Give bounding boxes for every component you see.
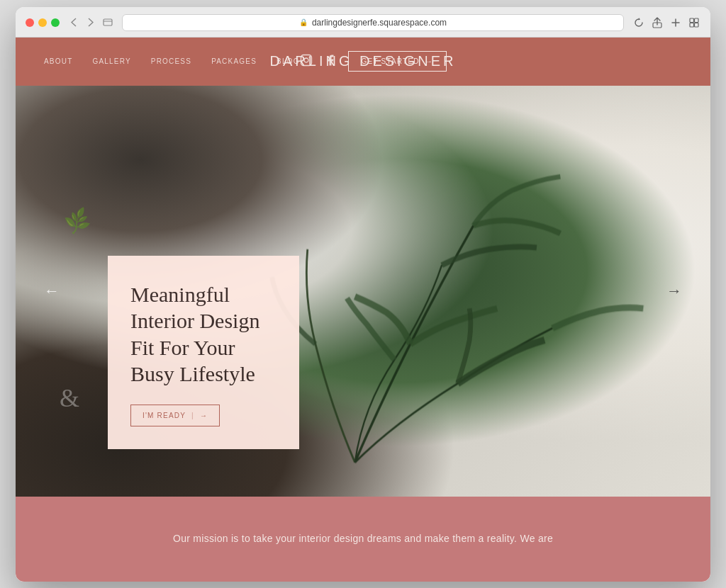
browser-chrome: 🔒 darlingdesignerfe.squarespace.com [16,7,710,38]
nav-item-about[interactable]: ABOUT [44,57,72,65]
reload-button[interactable] [632,16,645,29]
im-ready-separator: | [191,412,194,419]
site-logo[interactable]: DARLING DESIGNER [270,53,457,69]
nav-item-process[interactable]: PROCESS [151,57,191,65]
svg-rect-6 [695,18,699,23]
site-content: ABOUT GALLERY PROCESS PACKAGES BLOG DARL… [16,38,710,582]
tab-overview-button[interactable] [688,16,700,29]
svg-rect-5 [690,18,694,23]
nav-left: ABOUT GALLERY PROCESS PACKAGES BLOG [44,57,300,65]
mission-text: Our mission is to take your interior des… [173,531,553,548]
nav-wrapper: ABOUT GALLERY PROCESS PACKAGES BLOG DARL… [44,51,682,72]
address-bar[interactable]: 🔒 darlingdesignerfe.squarespace.com [122,14,624,31]
hero-heading: Meaningful Interior Design Fit For Your … [130,281,277,388]
svg-rect-7 [690,23,694,27]
hero-section: 🌿 & [16,86,710,497]
maximize-button[interactable] [51,18,60,27]
browser-actions [632,16,700,29]
share-button[interactable] [651,16,664,29]
site-nav: ABOUT GALLERY PROCESS PACKAGES BLOG DARL… [16,38,710,86]
facebook-icon[interactable] [324,54,337,69]
svg-rect-0 [104,19,112,26]
minimize-button[interactable] [38,18,47,27]
svg-rect-9 [301,55,311,65]
new-tab-button[interactable] [669,16,682,29]
svg-point-10 [304,58,308,62]
im-ready-button[interactable]: I'M READY | → [130,405,220,426]
traffic-lights [26,18,60,27]
im-ready-label: I'M READY [143,412,186,419]
svg-point-11 [308,57,310,58]
hero-content-box: Meaningful Interior Design Fit For Your … [108,256,299,449]
browser-window: 🔒 darlingdesignerfe.squarespace.com [16,7,710,582]
ampersand-decoration: & [60,383,79,413]
browser-controls [68,17,113,28]
close-button[interactable] [26,18,34,27]
nav-item-gallery[interactable]: GALLERY [92,57,130,65]
forward-button[interactable] [85,17,96,28]
svg-rect-8 [695,23,699,27]
hero-next-button[interactable]: → [666,282,682,300]
mission-section: Our mission is to take your interior des… [16,497,710,582]
nav-item-packages[interactable]: PACKAGES [211,57,257,65]
im-ready-arrow-icon: → [200,412,208,419]
instagram-icon[interactable] [300,54,313,69]
url-text: darlingdesignerfe.squarespace.com [312,18,447,28]
back-button[interactable] [68,17,79,28]
window-controls-icon [102,17,113,28]
hero-prev-button[interactable]: ← [44,282,60,300]
lock-icon: 🔒 [299,18,308,26]
